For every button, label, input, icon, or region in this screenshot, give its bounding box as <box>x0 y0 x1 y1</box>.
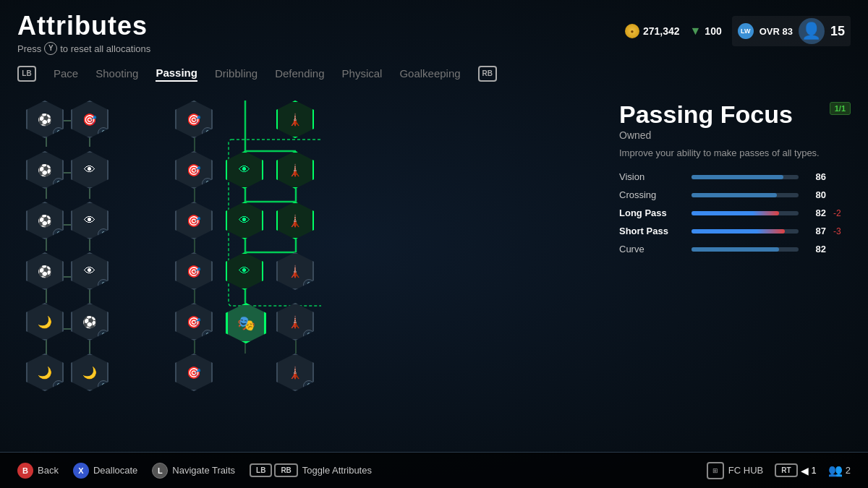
left-node-4-1[interactable]: ⚽ 🔒 <box>71 303 109 341</box>
coin-stat: ● 271,342 <box>625 24 680 38</box>
fc-hub-icon: ⊞ <box>707 462 724 479</box>
position-label: LW <box>741 27 751 35</box>
lb-rb-buttons: LB RB <box>250 463 298 477</box>
right-node-4-0[interactable]: 🎯 🔒 <box>175 303 213 341</box>
right-node-1-2[interactable]: 🗼 <box>276 151 314 189</box>
bottom-left: B Back X Deallocate L Navigate Traits LB… <box>17 463 372 479</box>
bottom-bar: B Back X Deallocate L Navigate Traits LB… <box>0 452 868 488</box>
right-node-4-2[interactable]: 🗼 🔒 <box>276 303 314 341</box>
rb-button[interactable]: RB <box>478 66 497 82</box>
right-node-1-0[interactable]: 🎯 🔒 <box>175 151 213 189</box>
stat-value-longpass: 82 <box>806 207 826 218</box>
shield-icon: ▼ <box>690 25 702 38</box>
people-icon: 👥 <box>828 463 843 477</box>
player-ovr: OVR 83 <box>760 26 793 37</box>
player-number: 15 <box>830 24 845 39</box>
stat-bar-shortpass <box>692 229 799 234</box>
fc-hub-action[interactable]: ⊞ FC HUB <box>707 462 763 479</box>
y-button-hint: Y <box>44 42 57 55</box>
player-avatar: 👤 <box>799 18 825 44</box>
left-node-3-0[interactable]: ⚽ <box>26 252 64 290</box>
tab-goalkeeping[interactable]: Goalkeeping <box>399 66 460 81</box>
stat-value-curve: 82 <box>806 244 826 254</box>
page-title: Attributes <box>17 13 150 39</box>
coin-icon: ● <box>625 24 639 38</box>
deallocate-action[interactable]: X Deallocate <box>73 463 137 479</box>
stat-value-shortpass: 87 <box>806 226 826 236</box>
stat-bar-longpass <box>692 211 799 215</box>
left-node-5-1[interactable]: 🌙 🔒 <box>71 354 109 391</box>
people-value: 2 <box>846 465 851 476</box>
top-stats: ● 271,342 ▼ 100 LW OVR 83 👤 15 <box>625 16 851 46</box>
rt-action[interactable]: RT ◀ 1 <box>775 463 817 477</box>
stat-name-curve: Curve <box>619 244 684 254</box>
right-node-2-0[interactable]: 🎯 <box>175 202 213 239</box>
focus-description: Improve your ability to make passes of a… <box>619 147 851 160</box>
right-node-5-0[interactable]: 🎯 <box>175 354 213 391</box>
stat-fill-shortpass <box>692 229 785 234</box>
stat-delta-longpass: -2 <box>833 208 851 218</box>
tab-dribbling[interactable]: Dribbling <box>215 66 258 81</box>
focus-title: Passing Focus <box>619 102 793 127</box>
left-node-2-0[interactable]: ⚽ 🔒 <box>26 202 64 239</box>
right-node-0-2[interactable]: 🗼 <box>276 100 314 138</box>
toggle-action[interactable]: LB RB Toggle Attributes <box>250 463 372 477</box>
left-node-0-1[interactable]: 🎯 🔒 <box>71 100 109 138</box>
tab-defending[interactable]: Defending <box>275 66 324 81</box>
right-node-3-1[interactable]: 👁 <box>226 252 263 290</box>
rb-button-bottom: RB <box>274 463 297 477</box>
stat-fill-crossing <box>692 193 777 197</box>
left-node-1-0[interactable]: ⚽ 🔒 <box>26 151 64 189</box>
stat-bar-crossing <box>692 193 799 197</box>
right-node-3-0[interactable]: 🎯 <box>175 252 213 290</box>
right-node-4-1-bright[interactable]: 🎭 <box>226 303 266 343</box>
tab-shooting[interactable]: Shooting <box>95 66 138 81</box>
stats-list: Vision 86 Crossing 80 <box>619 171 851 254</box>
navigate-action[interactable]: L Navigate Traits <box>152 463 235 479</box>
main-content: ⚽ 🔒 🎯 🔒 ⚽ 🔒 👁 <box>0 89 868 443</box>
b-button: B <box>17 463 33 479</box>
left-node-3-1[interactable]: 👁 🔒 <box>71 252 109 290</box>
stat-shortpass: Short Pass 87 -3 <box>619 226 851 236</box>
stat-vision: Vision 86 <box>619 171 851 182</box>
right-node-1-1[interactable]: 👁 <box>226 151 263 189</box>
stat-value-crossing: 80 <box>806 189 826 200</box>
tab-physical[interactable]: Physical <box>342 66 383 81</box>
tab-passing[interactable]: Passing <box>156 65 197 82</box>
nav-tabs: LB Pace Shooting Passing Dribbling Defen… <box>0 58 868 89</box>
stat-fill-vision <box>692 175 783 179</box>
rt-arrow-left: ◀ <box>801 465 809 476</box>
stat-value-vision: 86 <box>806 171 826 182</box>
left-node-2-1[interactable]: 👁 🔒 <box>71 202 109 239</box>
x-button: X <box>73 463 89 479</box>
deallocate-label: Deallocate <box>93 465 137 476</box>
left-node-1-1[interactable]: 👁 <box>71 151 109 189</box>
bottom-right: ⊞ FC HUB RT ◀ 1 👥 2 <box>707 462 851 479</box>
right-node-3-2[interactable]: 🗼 🔒 <box>276 252 314 290</box>
l-button: L <box>152 463 168 479</box>
right-node-2-1[interactable]: 👁 <box>226 202 263 239</box>
stat-name-longpass: Long Pass <box>619 207 684 218</box>
position-badge: LW <box>738 23 754 39</box>
back-action[interactable]: B Back <box>17 463 59 479</box>
tab-pace[interactable]: Pace <box>54 66 78 81</box>
stat-name-shortpass: Short Pass <box>619 226 684 236</box>
left-node-4-0[interactable]: 🌙 <box>26 303 64 341</box>
people-count: 👥 2 <box>828 463 851 477</box>
left-node-5-0[interactable]: 🌙 🔒 <box>26 354 64 391</box>
right-node-2-2[interactable]: 🗼 <box>276 202 314 239</box>
left-node-0-0[interactable]: ⚽ 🔒 <box>26 100 64 138</box>
left-skill-tree: ⚽ 🔒 🎯 🔒 ⚽ 🔒 👁 <box>17 95 133 442</box>
owned-label: Owned <box>619 129 851 141</box>
right-node-5-2[interactable]: 🗼 🔒 <box>276 354 314 391</box>
lb-button[interactable]: LB <box>17 66 36 82</box>
subtitle-suffix: to reset all allocations <box>60 43 150 54</box>
rt-value: 1 <box>812 465 817 476</box>
stat-delta-shortpass: -3 <box>833 226 851 236</box>
counter-badge: 1/1 <box>830 102 851 115</box>
rt-button: RT <box>775 463 797 477</box>
shield-value: 100 <box>705 25 721 37</box>
lb-button-bottom: LB <box>250 463 272 477</box>
navigate-label: Navigate Traits <box>172 465 235 476</box>
right-node-0-0[interactable]: 🎯 🔒 <box>175 100 213 138</box>
